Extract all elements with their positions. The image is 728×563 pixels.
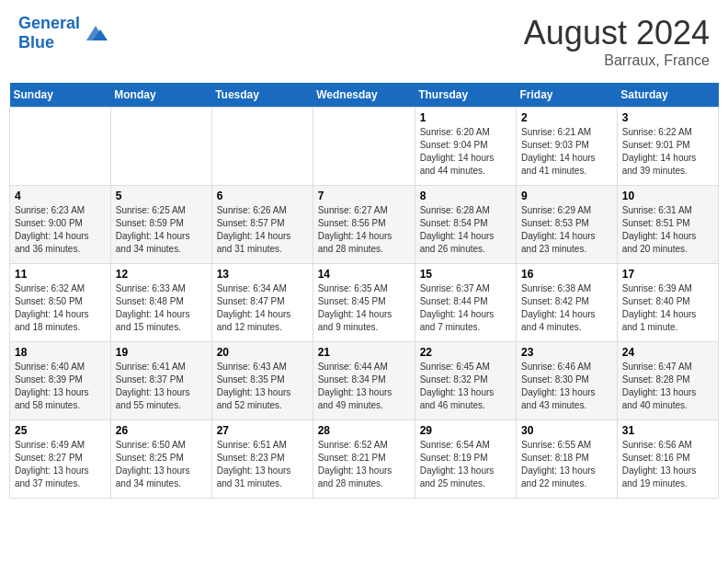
day-number: 22 [420,346,511,359]
logo-general: General [18,14,80,32]
calendar-cell: 14Sunrise: 6:35 AM Sunset: 8:45 PM Dayli… [313,264,415,342]
logo-icon [82,22,109,44]
day-info: Sunrise: 6:29 AM Sunset: 8:53 PM Dayligh… [521,204,612,256]
day-number: 4 [15,190,106,202]
day-number: 23 [521,346,612,359]
calendar-cell: 1Sunrise: 6:20 AM Sunset: 9:04 PM Daylig… [415,108,516,186]
logo-blue: Blue [18,33,54,52]
month-year-title: August 2024 [524,14,710,52]
calendar-cell: 6Sunrise: 6:26 AM Sunset: 8:57 PM Daylig… [211,186,313,264]
day-info: Sunrise: 6:23 AM Sunset: 9:00 PM Dayligh… [15,204,106,256]
day-info: Sunrise: 6:40 AM Sunset: 8:39 PM Dayligh… [15,361,106,412]
col-wednesday: Wednesday [313,83,415,108]
calendar-cell: 9Sunrise: 6:29 AM Sunset: 8:53 PM Daylig… [517,186,618,264]
day-info: Sunrise: 6:33 AM Sunset: 8:48 PM Dayligh… [116,282,207,334]
calendar-table: Sunday Monday Tuesday Wednesday Thursday… [9,83,719,499]
day-info: Sunrise: 6:45 AM Sunset: 8:32 PM Dayligh… [420,361,511,412]
day-info: Sunrise: 6:52 AM Sunset: 8:21 PM Dayligh… [318,439,410,490]
col-tuesday: Tuesday [211,83,313,108]
day-number: 19 [116,346,207,359]
day-number: 27 [217,424,308,437]
title-block: August 2024 Barraux, France [524,14,710,69]
day-number: 16 [521,268,612,281]
logo: General Blue [18,14,109,52]
logo-text: General Blue [18,14,80,52]
day-info: Sunrise: 6:32 AM Sunset: 8:50 PM Dayligh… [15,282,106,334]
calendar-week-row: 18Sunrise: 6:40 AM Sunset: 8:39 PM Dayli… [10,342,719,420]
calendar-cell: 2Sunrise: 6:21 AM Sunset: 9:03 PM Daylig… [517,108,618,186]
page-header: General Blue August 2024 Barraux, France [9,9,719,74]
day-number: 20 [217,346,308,359]
day-info: Sunrise: 6:55 AM Sunset: 8:18 PM Dayligh… [521,439,612,490]
calendar-cell: 29Sunrise: 6:54 AM Sunset: 8:19 PM Dayli… [415,420,516,499]
location-subtitle: Barraux, France [524,52,710,69]
day-info: Sunrise: 6:46 AM Sunset: 8:30 PM Dayligh… [521,361,612,412]
day-info: Sunrise: 6:34 AM Sunset: 8:47 PM Dayligh… [217,282,308,334]
calendar-cell: 12Sunrise: 6:33 AM Sunset: 8:48 PM Dayli… [110,264,211,342]
calendar-cell: 25Sunrise: 6:49 AM Sunset: 8:27 PM Dayli… [10,420,111,499]
day-number: 3 [622,111,713,124]
day-number: 14 [318,268,410,281]
day-number: 7 [318,190,410,202]
day-number: 6 [217,190,308,202]
day-info: Sunrise: 6:54 AM Sunset: 8:19 PM Dayligh… [420,439,511,490]
calendar-cell: 7Sunrise: 6:27 AM Sunset: 8:56 PM Daylig… [313,186,415,264]
day-info: Sunrise: 6:44 AM Sunset: 8:34 PM Dayligh… [318,361,410,412]
day-number: 5 [116,190,207,202]
calendar-cell: 31Sunrise: 6:56 AM Sunset: 8:16 PM Dayli… [617,420,718,499]
calendar-cell: 18Sunrise: 6:40 AM Sunset: 8:39 PM Dayli… [10,342,111,420]
calendar-cell: 17Sunrise: 6:39 AM Sunset: 8:40 PM Dayli… [617,264,718,342]
day-info: Sunrise: 6:51 AM Sunset: 8:23 PM Dayligh… [217,439,308,490]
day-number: 9 [521,190,612,202]
col-sunday: Sunday [10,83,111,108]
calendar-week-row: 25Sunrise: 6:49 AM Sunset: 8:27 PM Dayli… [10,420,719,499]
calendar-cell: 21Sunrise: 6:44 AM Sunset: 8:34 PM Dayli… [313,342,415,420]
calendar-cell: 3Sunrise: 6:22 AM Sunset: 9:01 PM Daylig… [617,108,718,186]
calendar-cell [211,108,313,186]
calendar-cell: 22Sunrise: 6:45 AM Sunset: 8:32 PM Dayli… [415,342,516,420]
day-info: Sunrise: 6:37 AM Sunset: 8:44 PM Dayligh… [420,282,511,334]
day-info: Sunrise: 6:56 AM Sunset: 8:16 PM Dayligh… [622,439,713,490]
calendar-cell: 16Sunrise: 6:38 AM Sunset: 8:42 PM Dayli… [517,264,618,342]
day-number: 2 [521,111,612,124]
calendar-cell: 10Sunrise: 6:31 AM Sunset: 8:51 PM Dayli… [617,186,718,264]
calendar-week-row: 11Sunrise: 6:32 AM Sunset: 8:50 PM Dayli… [10,264,719,342]
col-monday: Monday [110,83,211,108]
day-number: 26 [116,424,207,437]
calendar-cell: 8Sunrise: 6:28 AM Sunset: 8:54 PM Daylig… [415,186,516,264]
calendar-week-row: 1Sunrise: 6:20 AM Sunset: 9:04 PM Daylig… [10,108,719,186]
day-number: 21 [318,346,410,359]
day-number: 18 [15,346,106,359]
calendar-cell: 30Sunrise: 6:55 AM Sunset: 8:18 PM Dayli… [517,420,618,499]
day-info: Sunrise: 6:21 AM Sunset: 9:03 PM Dayligh… [521,126,612,178]
day-info: Sunrise: 6:26 AM Sunset: 8:57 PM Dayligh… [217,204,308,256]
day-number: 25 [15,424,106,437]
calendar-header: Sunday Monday Tuesday Wednesday Thursday… [10,83,719,108]
calendar-cell: 4Sunrise: 6:23 AM Sunset: 9:00 PM Daylig… [10,186,111,264]
day-info: Sunrise: 6:31 AM Sunset: 8:51 PM Dayligh… [622,204,713,256]
calendar-cell: 11Sunrise: 6:32 AM Sunset: 8:50 PM Dayli… [10,264,111,342]
day-info: Sunrise: 6:28 AM Sunset: 8:54 PM Dayligh… [420,204,511,256]
day-info: Sunrise: 6:43 AM Sunset: 8:35 PM Dayligh… [217,361,308,412]
day-info: Sunrise: 6:35 AM Sunset: 8:45 PM Dayligh… [318,282,410,334]
calendar-body: 1Sunrise: 6:20 AM Sunset: 9:04 PM Daylig… [10,108,719,499]
header-row: Sunday Monday Tuesday Wednesday Thursday… [10,83,719,108]
day-info: Sunrise: 6:38 AM Sunset: 8:42 PM Dayligh… [521,282,612,334]
day-number: 24 [622,346,713,359]
day-info: Sunrise: 6:50 AM Sunset: 8:25 PM Dayligh… [116,439,207,490]
day-number: 17 [622,268,713,281]
col-thursday: Thursday [415,83,516,108]
col-friday: Friday [517,83,618,108]
calendar-cell: 27Sunrise: 6:51 AM Sunset: 8:23 PM Dayli… [211,420,313,499]
day-info: Sunrise: 6:25 AM Sunset: 8:59 PM Dayligh… [116,204,207,256]
calendar-week-row: 4Sunrise: 6:23 AM Sunset: 9:00 PM Daylig… [10,186,719,264]
calendar-cell: 23Sunrise: 6:46 AM Sunset: 8:30 PM Dayli… [517,342,618,420]
day-number: 13 [217,268,308,281]
day-info: Sunrise: 6:47 AM Sunset: 8:28 PM Dayligh… [622,361,713,412]
day-number: 28 [318,424,410,437]
day-info: Sunrise: 6:39 AM Sunset: 8:40 PM Dayligh… [622,282,713,334]
calendar-cell: 20Sunrise: 6:43 AM Sunset: 8:35 PM Dayli… [211,342,313,420]
calendar-cell: 5Sunrise: 6:25 AM Sunset: 8:59 PM Daylig… [110,186,211,264]
day-info: Sunrise: 6:27 AM Sunset: 8:56 PM Dayligh… [318,204,410,256]
day-info: Sunrise: 6:20 AM Sunset: 9:04 PM Dayligh… [420,126,511,178]
